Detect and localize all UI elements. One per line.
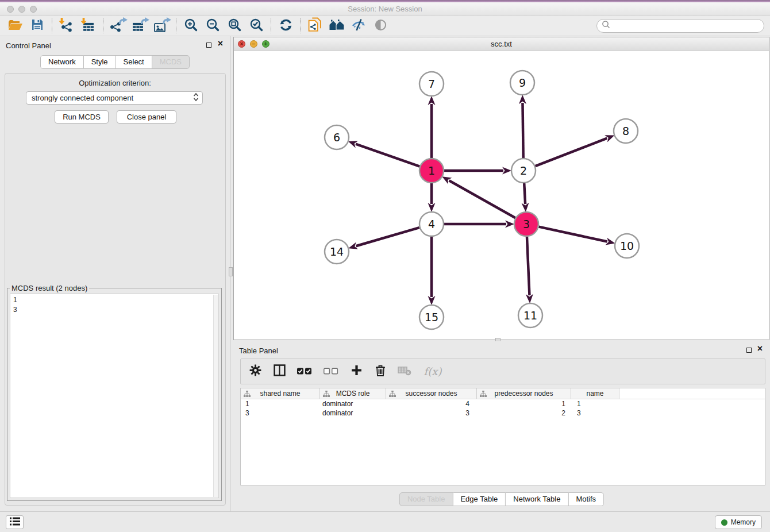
close-panel-icon[interactable]: ×	[218, 38, 223, 49]
node-1[interactable]: 1	[419, 159, 444, 183]
open-session-button[interactable]	[5, 17, 26, 34]
table-row[interactable]: 1dominator411	[241, 399, 765, 408]
edge-3-11[interactable]	[527, 237, 529, 295]
tab-mcds[interactable]: MCDS	[152, 55, 190, 69]
edge-3-10[interactable]	[538, 227, 607, 242]
create-column-button[interactable]	[349, 364, 364, 379]
optimization-criterion-label: Optimization criterion:	[0, 79, 230, 87]
run-mcds-button[interactable]: Run MCDS	[55, 110, 109, 124]
deselect-all-button[interactable]	[322, 364, 340, 379]
orange-down-arrow-icon	[59, 17, 65, 27]
table-cell[interactable]: dominator	[320, 408, 386, 418]
gray-sphere-icon	[375, 19, 387, 33]
zoom-in-button[interactable]	[180, 17, 202, 34]
svg-text:8: 8	[622, 125, 629, 137]
function-builder-button[interactable]: f(x)	[421, 364, 444, 379]
hide-details-button[interactable]	[348, 17, 369, 34]
node-7[interactable]: 7	[419, 72, 444, 96]
node-6[interactable]: 6	[325, 125, 349, 149]
show-columns-button[interactable]	[272, 364, 287, 379]
tab-network-table[interactable]: Network Table	[506, 492, 568, 506]
table-cell[interactable]: 3	[241, 408, 320, 418]
node-8[interactable]: 8	[614, 119, 638, 143]
tab-network[interactable]: Network	[40, 55, 84, 69]
edge-1-6[interactable]	[356, 144, 419, 167]
criterion-dropdown[interactable]: strongly connected component	[26, 91, 203, 105]
edge-2-3[interactable]	[524, 183, 525, 204]
column-header-name[interactable]: name	[571, 388, 619, 399]
task-history-button[interactable]	[6, 515, 24, 529]
search-icon	[602, 20, 611, 32]
table-cell[interactable]: 1	[241, 399, 320, 408]
delete-column-button[interactable]	[373, 364, 388, 379]
table-cell[interactable]: 3	[571, 408, 619, 418]
tab-style[interactable]: Style	[84, 55, 116, 69]
export-table-button[interactable]	[129, 17, 151, 34]
gear-icon	[249, 364, 261, 379]
node-14[interactable]: 14	[325, 240, 349, 264]
edge-2-8[interactable]	[536, 138, 607, 166]
floppy-icon	[31, 18, 44, 33]
table-toolbar: f(x)	[240, 358, 765, 384]
zoom-selected-button[interactable]	[245, 17, 267, 34]
node-3[interactable]: 3	[514, 212, 538, 236]
float-panel-icon[interactable]	[206, 43, 211, 48]
memory-button[interactable]: Memory	[715, 515, 762, 529]
svg-text:6: 6	[333, 131, 340, 144]
table-cell[interactable]: 4	[386, 399, 477, 408]
zoom-in-icon	[184, 18, 198, 34]
node-15[interactable]: 15	[419, 305, 444, 329]
edge-3-1[interactable]	[449, 180, 515, 218]
node-4[interactable]: 4	[419, 212, 444, 236]
column-header-shared-name[interactable]: shared name	[241, 388, 320, 399]
table-row[interactable]: 3dominator323	[241, 408, 765, 418]
float-table-panel-icon[interactable]	[746, 348, 752, 353]
toolbar-separator	[300, 18, 301, 33]
close-panel-button[interactable]: Close panel	[117, 110, 176, 124]
export-network-button[interactable]	[107, 17, 129, 34]
tab-motifs[interactable]: Motifs	[568, 492, 604, 506]
table-cell[interactable]: 1	[571, 399, 619, 408]
node-9[interactable]: 9	[510, 71, 534, 95]
save-session-button[interactable]	[26, 17, 48, 34]
header-filler	[619, 388, 765, 399]
mcds-result-textarea[interactable]: 1 3	[10, 294, 219, 498]
import-table-button[interactable]	[78, 17, 99, 34]
column-header-successor-nodes[interactable]: successor nodes	[386, 388, 477, 399]
table-settings-button[interactable]	[248, 364, 263, 379]
node-10[interactable]: 10	[615, 234, 639, 258]
edge-4-14[interactable]	[356, 228, 419, 246]
tab-edge-table[interactable]: Edge Table	[453, 492, 506, 506]
search-input[interactable]	[611, 20, 764, 32]
svg-text:4: 4	[428, 218, 435, 230]
column-header-mcds-role[interactable]: MCDS role	[320, 388, 386, 399]
tab-node-table[interactable]: Node Table	[399, 492, 453, 506]
select-all-button[interactable]	[296, 364, 313, 379]
result-scrollbar[interactable]	[213, 295, 218, 497]
zoom-fit-button[interactable]	[224, 17, 245, 34]
graph-canvas: 1234678910111415	[234, 51, 769, 340]
edge-2-9[interactable]	[522, 103, 523, 158]
columns-icon	[274, 364, 286, 379]
zoom-out-button[interactable]	[202, 17, 224, 34]
delete-table-button[interactable]	[397, 364, 412, 379]
node-11[interactable]: 11	[518, 303, 542, 327]
zoom-out-icon	[206, 18, 220, 34]
table-cell[interactable]: 1	[477, 399, 571, 408]
birds-eye-button[interactable]	[369, 17, 391, 34]
table-cell[interactable]: dominator	[320, 399, 386, 408]
import-network-button[interactable]	[56, 17, 78, 34]
table-header: shared name MCDS role successor nodes pr…	[241, 388, 765, 399]
column-header-predecessor-nodes[interactable]: predecessor nodes	[477, 388, 571, 399]
home-button[interactable]	[326, 17, 348, 34]
node-2[interactable]: 2	[511, 159, 536, 183]
refresh-button[interactable]	[275, 17, 297, 34]
close-table-panel-icon[interactable]: ×	[757, 344, 763, 354]
table-body: 1dominator4113dominator323	[241, 399, 765, 418]
table-cell[interactable]: 2	[477, 408, 571, 418]
table-cell[interactable]: 3	[386, 408, 477, 418]
export-image-button[interactable]	[151, 17, 172, 34]
network-file-button[interactable]	[304, 17, 326, 34]
panel-splitter-handle[interactable]	[229, 267, 233, 276]
tab-select[interactable]: Select	[116, 55, 152, 69]
